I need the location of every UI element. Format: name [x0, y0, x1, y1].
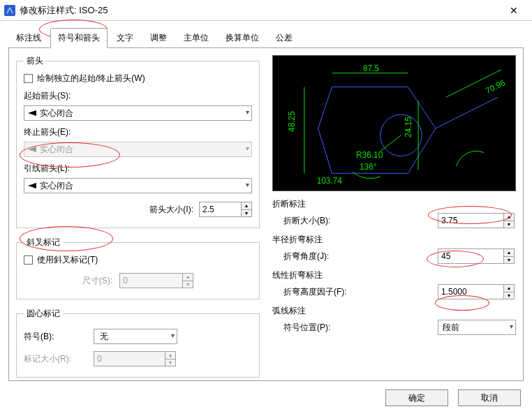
- center-mark-group: 圆心标记 符号(B): 无 ▾ 标记大小(R):: [16, 308, 260, 378]
- spin-down-icon: ▼: [183, 281, 193, 288]
- center-mark-size-spin: ▲▼: [94, 351, 176, 366]
- arc-dim-header: 弧线标注: [272, 305, 516, 317]
- jog-height-label: 折弯高度因子(F):: [272, 286, 438, 298]
- use-oblique-checkbox[interactable]: 使用斜叉标记(T): [24, 254, 252, 266]
- closed-filled-arrow-icon: [27, 109, 37, 117]
- ok-button[interactable]: 确定: [385, 389, 448, 406]
- start-arrow-select[interactable]: 实心闭合 ▾: [24, 105, 252, 121]
- break-size-spin[interactable]: ▲▼: [438, 213, 516, 228]
- spin-up-icon: ▲: [183, 274, 193, 281]
- svg-line-12: [380, 135, 401, 151]
- svg-text:136°: 136°: [360, 162, 377, 172]
- tab-strip: 标注线 符号和箭头 文字 调整 主单位 换算单位 公差: [8, 28, 524, 48]
- tab-text[interactable]: 文字: [109, 28, 141, 48]
- app-icon: [4, 5, 15, 16]
- checkbox-icon: [24, 255, 33, 265]
- center-mark-legend: 圆心标记: [24, 308, 63, 320]
- center-mark-size-input: [94, 351, 165, 366]
- svg-text:70.96: 70.96: [484, 77, 507, 96]
- tab-fit[interactable]: 调整: [142, 28, 175, 48]
- svg-point-1: [380, 114, 422, 156]
- svg-line-2: [436, 97, 498, 128]
- chevron-down-icon: ▾: [171, 332, 175, 339]
- spin-down-icon[interactable]: ▼: [504, 292, 514, 299]
- center-mark-size-label: 标记大小(R):: [24, 353, 87, 365]
- tab-tolerances[interactable]: 公差: [268, 28, 300, 48]
- arrows-group: 箭头 绘制独立的起始/终止箭头(W) 起始箭头(S): 实心闭合 ▾: [16, 55, 260, 228]
- checkbox-icon: [24, 74, 33, 83]
- svg-text:24.15: 24.15: [404, 117, 413, 138]
- center-symbol-label: 符号(B):: [24, 331, 87, 343]
- spin-up-icon[interactable]: ▲: [242, 202, 251, 210]
- tab-alt-units[interactable]: 换算单位: [218, 28, 267, 48]
- svg-text:103.74: 103.74: [317, 176, 343, 186]
- tab-lines[interactable]: 标注线: [8, 28, 49, 48]
- jog-angle-spin[interactable]: ▲▼: [438, 248, 516, 264]
- chevron-down-icon: ▾: [510, 322, 513, 330]
- cancel-button[interactable]: 取消: [458, 389, 521, 406]
- arrow-size-spin[interactable]: ▲▼: [199, 202, 252, 217]
- spin-up-icon[interactable]: ▲: [504, 285, 514, 292]
- jog-height-input[interactable]: [438, 284, 503, 299]
- break-size-input[interactable]: [438, 213, 503, 228]
- dimension-preview: 87.5 48.25 24.15 70.96 103.74 R36.10 136…: [272, 55, 516, 191]
- end-arrow-select: 实心闭合 ▾: [24, 142, 252, 157]
- oblique-size-label: 尺寸(S):: [82, 275, 112, 287]
- titlebar: 修改标注样式: ISO-25 ✕: [0, 0, 532, 21]
- arrows-legend: 箭头: [24, 55, 46, 67]
- closed-filled-arrow-icon: [27, 181, 37, 190]
- arrow-size-label: 箭头大小(I):: [149, 204, 193, 216]
- oblique-size-input: [119, 273, 182, 288]
- draw-separate-label: 绘制独立的起始/终止箭头(W): [37, 73, 145, 84]
- spin-down-icon[interactable]: ▼: [242, 210, 251, 217]
- jog-angle-input[interactable]: [438, 248, 503, 264]
- spin-down-icon[interactable]: ▼: [504, 221, 514, 228]
- oblique-size-spin: ▲▼: [119, 273, 193, 288]
- symbol-pos-select[interactable]: 段前 ▾: [438, 320, 516, 335]
- use-oblique-label: 使用斜叉标记(T): [37, 254, 98, 266]
- close-button[interactable]: ✕: [500, 1, 528, 20]
- spin-down-icon: ▼: [165, 359, 175, 366]
- tab-symbols-arrows[interactable]: 符号和箭头: [50, 28, 108, 48]
- break-dim-header: 折断标注: [272, 198, 516, 210]
- center-symbol-select[interactable]: 无 ▾: [94, 329, 177, 344]
- symbol-pos-label: 符号位置(P):: [272, 322, 438, 334]
- spin-up-icon: ▲: [165, 352, 175, 359]
- chevron-down-icon: ▾: [246, 144, 249, 152]
- svg-text:R36.10: R36.10: [356, 150, 383, 160]
- jog-angle-label: 折弯角度(J):: [272, 251, 438, 262]
- spin-up-icon[interactable]: ▲: [504, 214, 514, 221]
- linear-jog-header: 线性折弯标注: [272, 269, 516, 281]
- oblique-legend: 斜叉标记: [24, 237, 63, 248]
- draw-separate-checkbox[interactable]: 绘制独立的起始/终止箭头(W): [24, 73, 252, 84]
- oblique-group: 斜叉标记 使用斜叉标记(T) 尺寸(S): ▲▼: [16, 237, 260, 299]
- window-title: 修改标注样式: ISO-25: [20, 4, 500, 17]
- jog-height-spin[interactable]: ▲▼: [438, 284, 516, 299]
- start-arrow-label: 起始箭头(S):: [24, 90, 71, 102]
- spin-up-icon[interactable]: ▲: [504, 249, 514, 257]
- tab-primary-units[interactable]: 主单位: [176, 28, 216, 48]
- arrow-size-input[interactable]: [199, 202, 241, 217]
- radius-jog-header: 半径折弯标注: [272, 234, 516, 246]
- spin-down-icon[interactable]: ▼: [504, 257, 514, 264]
- chevron-down-icon: ▾: [246, 181, 249, 188]
- leader-arrow-label: 引线箭头(L):: [24, 163, 70, 174]
- end-arrow-label: 终止箭头(E):: [24, 126, 71, 138]
- svg-text:87.5: 87.5: [363, 64, 379, 73]
- svg-text:48.25: 48.25: [287, 111, 297, 132]
- break-size-label: 折断大小(B):: [272, 215, 438, 227]
- chevron-down-icon: ▾: [246, 108, 249, 116]
- closed-filled-arrow-icon: [27, 145, 37, 154]
- leader-arrow-select[interactable]: 实心闭合 ▾: [24, 178, 252, 193]
